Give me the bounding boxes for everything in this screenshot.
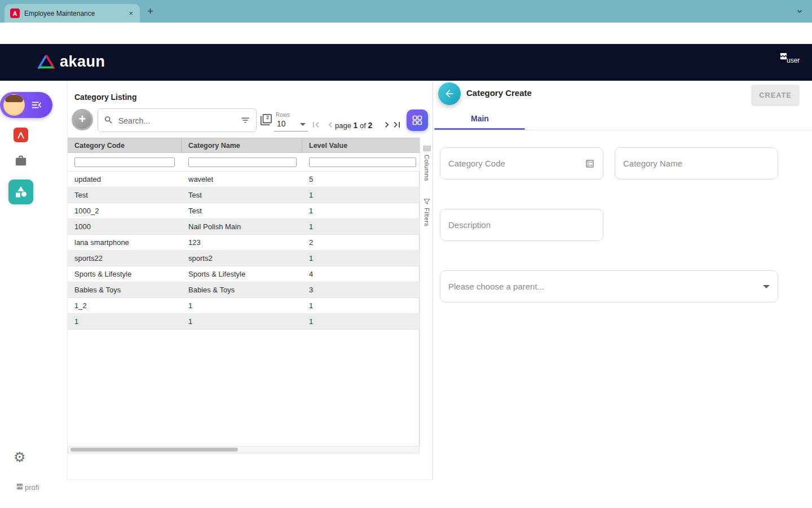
search-icon (104, 115, 113, 125)
view-switcher-button[interactable] (407, 110, 428, 131)
table-row[interactable]: Babies & ToysBabies & Toys3 (68, 282, 420, 298)
table-cell: 1 (302, 317, 420, 326)
akaun-logo[interactable]: akaun (37, 53, 105, 71)
table-cell: 1000_2 (68, 207, 182, 215)
shapes-category-icon (14, 185, 28, 199)
profile-alt-text: profi (25, 483, 39, 492)
rows-per-page-select[interactable]: 10 (277, 119, 286, 128)
column-header-category-name[interactable]: Category Name (182, 138, 302, 152)
table-cell: 2 (302, 238, 420, 247)
search-box (98, 108, 257, 132)
table-cell: 123 (182, 238, 302, 247)
tab-title: Employee Maintenance (24, 10, 127, 17)
scrollbar-thumb[interactable] (70, 448, 238, 452)
profile-pill[interactable] (0, 92, 52, 118)
table-row[interactable]: 1000Nail Polish Main1 (68, 219, 420, 235)
table-cell: sports2 (182, 254, 302, 262)
screen: A Employee Maintenance × + akaun.cloud/#… (0, 0, 812, 508)
pdf-app-icon[interactable] (14, 128, 28, 142)
briefcase-app-icon[interactable] (15, 155, 27, 167)
description-label: Description (448, 220, 595, 230)
rows-per-page-label: Rows (276, 112, 290, 118)
table-cell: Babies & Toys (68, 286, 182, 294)
horizontal-scrollbar[interactable] (68, 446, 420, 453)
filter-list-icon[interactable] (240, 115, 250, 125)
current-page: 1 (354, 121, 358, 130)
pages-count: 2 (264, 115, 271, 120)
tab-close-icon[interactable]: × (127, 8, 134, 18)
rows-select-underline (274, 131, 308, 132)
pages-icon[interactable]: 2 (260, 113, 272, 126)
column-header-category-code[interactable]: Category Code (68, 138, 182, 152)
tab-search-chevron-icon[interactable] (795, 7, 804, 16)
category-listing-panel: Category Listing + 2 Rows 10 page 1 (67, 81, 433, 480)
table-cell: 1000 (68, 222, 182, 231)
profile-avatar-image (3, 94, 25, 116)
table-cell: 1 (302, 301, 420, 310)
table-cell: lana smartphone (68, 238, 182, 247)
new-tab-button[interactable]: + (147, 5, 153, 17)
category-name-label: Category Name (623, 159, 770, 168)
parent-select-placeholder: Please choose a parent... (448, 282, 758, 291)
table-cell: 1_2 (68, 301, 182, 310)
parent-select-field[interactable]: Please choose a parent... (440, 270, 778, 303)
browser-tab-strip: A Employee Maintenance × + (0, 0, 812, 23)
table-cell: 1 (302, 254, 420, 262)
settings-gear-icon[interactable]: ⚙ (14, 450, 26, 464)
user-avatar-broken-image[interactable]: user (779, 52, 800, 64)
add-category-button[interactable]: + (72, 109, 93, 130)
category-code-field[interactable]: Category Code (440, 147, 603, 179)
table-cell: 4 (302, 270, 420, 278)
filter-input-category-name[interactable] (188, 157, 297, 167)
profile-broken-image[interactable]: profi (16, 483, 39, 492)
left-rail: ⚙ profi (0, 81, 42, 508)
tabs-divider (433, 130, 812, 130)
listing-title: Category Listing (74, 93, 136, 102)
table-cell: Test (182, 207, 302, 215)
column-header-level-value[interactable]: Level Value (302, 138, 420, 152)
category-app-button[interactable] (8, 179, 33, 204)
table-row[interactable]: 1_211 (68, 298, 420, 314)
rows-select-caret-icon[interactable] (300, 123, 306, 126)
table-row[interactable]: TestTest1 (68, 187, 420, 203)
table-cell: Sports & Lifestyle (182, 270, 302, 278)
first-page-button[interactable] (310, 119, 321, 130)
browser-tab[interactable]: A Employee Maintenance × (5, 4, 140, 23)
user-avatar-alt-text: user (787, 56, 800, 64)
search-input[interactable] (117, 109, 232, 133)
category-code-label: Category Code (448, 159, 585, 168)
filters-funnel-icon[interactable] (423, 198, 431, 205)
table-filter-row (68, 153, 420, 172)
filter-input-category-code[interactable] (74, 157, 175, 167)
menu-open-icon[interactable] (30, 99, 43, 111)
category-create-panel: Category Create CREATE Main Category Cod… (433, 81, 812, 508)
table-row[interactable]: sports22sports21 (68, 251, 420, 266)
create-button[interactable]: CREATE (752, 85, 799, 105)
page-indicator: page 1 of 2 (335, 121, 372, 130)
filter-input-level-value[interactable] (309, 157, 416, 167)
category-name-field[interactable]: Category Name (615, 147, 778, 179)
table-row[interactable]: 111 (68, 314, 420, 330)
drag-handle-icon[interactable] (422, 144, 431, 152)
table-row[interactable]: lana smartphone1232 (68, 235, 420, 251)
filters-strip-button[interactable]: Filters (423, 208, 430, 226)
logo-text: akaun (60, 53, 105, 71)
table-row[interactable]: updatedwavelet5 (68, 172, 420, 187)
table-cell: 1 (182, 317, 302, 326)
table-row[interactable]: 1000_2Test1 (68, 203, 420, 219)
previous-page-button[interactable] (325, 119, 336, 130)
grid-apps-icon (412, 115, 423, 126)
description-field[interactable]: Description (440, 209, 603, 241)
last-page-button[interactable] (391, 119, 403, 130)
app-header: akaun user (0, 44, 812, 81)
table-cell: 1 (68, 317, 182, 326)
broken-image-icon (16, 483, 24, 491)
table-cell: Sports & Lifestyle (68, 270, 182, 278)
tab-main[interactable]: Main (471, 114, 489, 123)
table-row[interactable]: Sports & LifestyleSports & Lifestyle4 (68, 266, 420, 282)
columns-strip-button[interactable]: Columns (423, 155, 430, 181)
tab-favicon-icon: A (10, 8, 20, 18)
table-cell: Test (68, 191, 182, 199)
back-button-circle[interactable] (438, 82, 461, 105)
next-page-button[interactable] (381, 119, 392, 130)
